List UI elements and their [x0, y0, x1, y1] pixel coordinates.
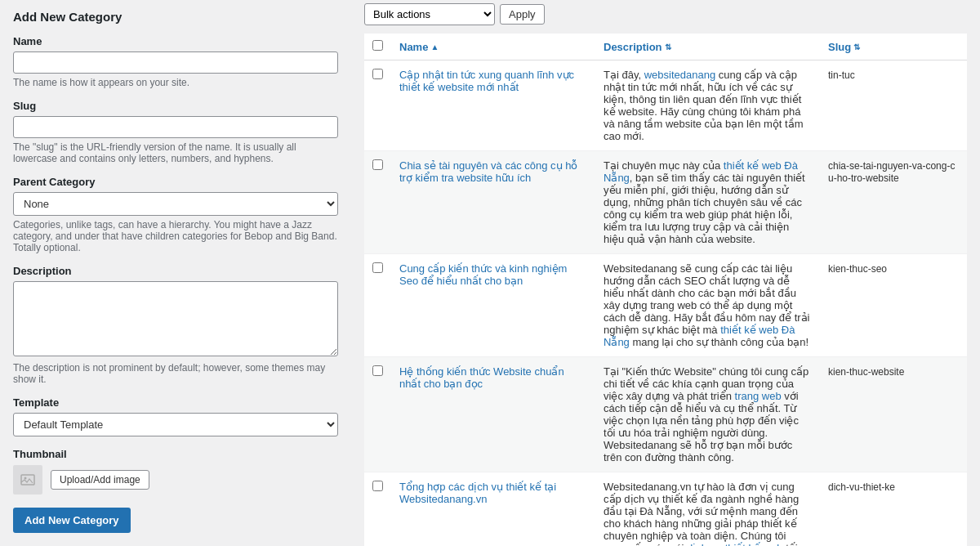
category-name-link[interactable]: Chia sẻ tài nguyên và các công cụ hỗ trợ… [399, 159, 577, 184]
table-row: Cập nhật tin tức xung quanh lĩnh vực thi… [364, 60, 967, 151]
bulk-actions-bar: Bulk actions Apply [364, 3, 967, 25]
slug-hint: The "slug" is the URL-friendly version o… [13, 141, 338, 164]
category-name-link[interactable]: Tổng hợp các dịch vụ thiết kế tại Websit… [399, 481, 556, 505]
parent-category-select[interactable]: None [13, 192, 338, 216]
parent-category-hint: Categories, unlike tags, can have a hier… [13, 219, 338, 253]
slug-sort-icon: ⇅ [853, 43, 860, 51]
name-column-header[interactable]: Name ▲ [399, 41, 439, 53]
description-text: Websitedanang sẽ cung cấp các tài liệu h… [604, 262, 809, 348]
name-input[interactable] [13, 51, 338, 74]
table-row: Cung cấp kiến thức và kinh nghiệm Seo để… [364, 254, 967, 357]
description-link[interactable]: thiết kế web Đà Nẵng [604, 324, 795, 348]
slug-column-header[interactable]: Slug ⇅ [828, 41, 860, 53]
slug-label: Slug [13, 100, 338, 112]
thumbnail-label: Thumbnail [13, 448, 338, 460]
slug-text: kien-thuc-website [828, 366, 904, 378]
description-text: Tại đây, websitedanang cung cấp và cập n… [604, 69, 803, 142]
slug-text: dich-vu-thiet-ke [828, 481, 895, 493]
page-title: Add New Category [13, 10, 338, 24]
description-text: Tại chuyên mục này của thiết kế web Đà N… [604, 159, 805, 245]
template-label: Template [13, 396, 338, 409]
description-text: Websitedanang.vn tự hào là đơn vị cung c… [604, 481, 799, 546]
description-column-header[interactable]: Description ⇅ [604, 41, 671, 53]
bulk-actions-select[interactable]: Bulk actions [364, 3, 495, 25]
description-hint: The description is not prominent by defa… [13, 362, 338, 385]
row-checkbox[interactable] [372, 262, 383, 273]
svg-point-1 [24, 477, 27, 480]
description-link[interactable]: trang web [735, 390, 782, 402]
row-checkbox[interactable] [372, 365, 383, 376]
select-all-checkbox[interactable] [372, 40, 383, 51]
table-row: Chia sẻ tài nguyên và các công cụ hỗ trợ… [364, 151, 967, 254]
description-link[interactable]: thiết kế web Đà Nẵng [604, 159, 798, 184]
slug-text: chia-se-tai-nguyen-va-cong-cu-ho-tro-web… [828, 160, 955, 184]
row-checkbox[interactable] [372, 481, 383, 491]
add-new-category-button[interactable]: Add New Category [13, 508, 131, 533]
description-sort-icon: ⇅ [665, 43, 671, 51]
parent-category-label: Parent Category [13, 176, 338, 188]
description-label: Description [13, 265, 338, 277]
row-checkbox[interactable] [372, 159, 383, 170]
row-checkbox[interactable] [372, 69, 383, 79]
category-name-link[interactable]: Hệ thống kiến thức Website chuẩn nhất ch… [399, 365, 564, 390]
category-name-link[interactable]: Cập nhật tin tức xung quanh lĩnh vực thi… [399, 69, 574, 93]
description-link[interactable]: websitedanang [644, 69, 715, 81]
slug-text: kien-thuc-seo [828, 263, 887, 275]
name-sort-icon: ▲ [430, 43, 439, 51]
description-link[interactable]: dịch vụ thiết kế web [687, 542, 783, 546]
slug-text: tin-tuc [828, 69, 855, 81]
apply-button[interactable]: Apply [500, 4, 545, 25]
template-select[interactable]: Default Template [13, 413, 338, 436]
description-textarea[interactable] [13, 281, 338, 356]
category-name-link[interactable]: Cung cấp kiến thức và kinh nghiệm Seo để… [399, 262, 567, 287]
categories-table: Name ▲ Description ⇅ Slug ⇅ [364, 34, 967, 546]
name-label: Name [13, 35, 338, 47]
thumbnail-preview [13, 465, 42, 495]
upload-image-button[interactable]: Upload/Add image [51, 470, 149, 490]
table-row: Hệ thống kiến thức Website chuẩn nhất ch… [364, 357, 967, 472]
table-row: Tổng hợp các dịch vụ thiết kế tại Websit… [364, 472, 967, 547]
slug-input[interactable] [13, 116, 338, 138]
name-hint: The name is how it appears on your site. [13, 77, 338, 88]
description-text: Tại "Kiến thức Website" chúng tôi cung c… [604, 365, 808, 463]
